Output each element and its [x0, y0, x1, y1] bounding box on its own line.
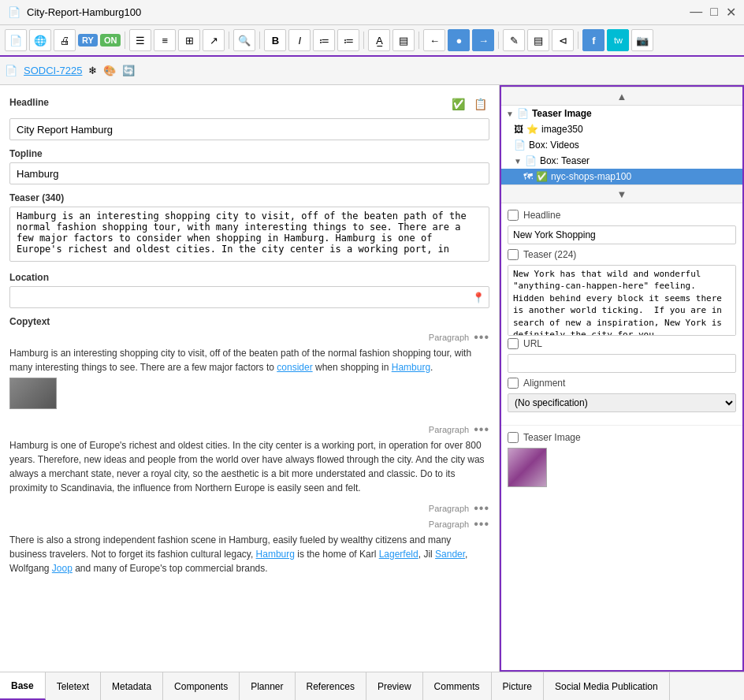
tab-planner[interactable]: Planner — [240, 672, 295, 700]
window-minimize[interactable]: — — [690, 5, 702, 20]
teaser-label: Teaser (340) — [9, 192, 489, 203]
window-maximize[interactable]: □ — [710, 5, 718, 20]
paragraph3-menu[interactable]: ••• — [474, 501, 489, 516]
tab-base[interactable]: Base — [0, 672, 46, 700]
hamburg-link2[interactable]: Hamburg — [256, 549, 295, 560]
sep6 — [498, 32, 499, 49]
rp-headline-label: Headline — [523, 210, 560, 221]
lagerfeld-link[interactable]: Lagerfeld — [379, 549, 418, 560]
consider-link[interactable]: consider — [277, 362, 312, 373]
rp-teaser-checkbox[interactable] — [508, 249, 519, 260]
paragraph1-menu[interactable]: ••• — [474, 330, 489, 344]
bottom-tabs: Base Teletext Metadata Components Planne… — [0, 672, 744, 700]
snowflake-icon[interactable]: ❄ — [88, 65, 97, 76]
spellcheck-button[interactable]: A̲ — [368, 29, 390, 51]
box-videos-icon: 📄 — [514, 140, 526, 151]
color-icon[interactable]: 🎨 — [103, 65, 116, 76]
align-button[interactable]: ▤ — [392, 29, 415, 51]
rp-teaser-textarea[interactable]: New York has that wild and wonderful "an… — [508, 265, 736, 336]
box-teaser-icon: 📄 — [525, 155, 537, 166]
ol-button[interactable]: ≔ — [337, 29, 359, 51]
window-close[interactable]: ✕ — [726, 5, 736, 20]
paragraph4-header: Paragraph ••• — [9, 517, 489, 531]
box-teaser-node[interactable]: ▼ 📄 Box: Teaser — [501, 153, 742, 169]
rp-url-input[interactable] — [508, 354, 736, 373]
italic-button[interactable]: I — [288, 29, 311, 51]
rp-headline-input[interactable] — [508, 225, 736, 244]
chevron-down-btn[interactable]: ▼ — [501, 184, 742, 203]
doc-icon: 📄 — [5, 65, 17, 76]
title-icon: 📄 — [8, 6, 20, 18]
paragraph1-label: Paragraph — [429, 333, 469, 342]
rp-url-checkbox[interactable] — [508, 338, 519, 349]
paragraph3-header: Paragraph ••• — [9, 501, 489, 516]
headline-check-icon[interactable]: ✅ — [448, 95, 467, 114]
sander-link[interactable]: Sander — [435, 549, 465, 560]
location-input[interactable] — [9, 286, 489, 308]
new-button[interactable]: 📄 — [5, 29, 27, 51]
chevron-up-btn[interactable]: ▲ — [501, 87, 742, 106]
ry-badge[interactable]: RY — [78, 34, 98, 47]
tab-metadata[interactable]: Metadata — [101, 672, 163, 700]
copytext-label: Copytext — [9, 316, 489, 327]
paragraph4-menu[interactable]: ••• — [474, 517, 489, 531]
image350-icon: 🖼 — [514, 124, 523, 135]
list1-button[interactable]: ☰ — [129, 29, 151, 51]
share-button[interactable]: ⊲ — [552, 29, 574, 51]
nyc-shops-node[interactable]: 🗺 ✅ nyc-shops-map100 — [501, 169, 742, 184]
bold-button[interactable]: B — [264, 29, 286, 51]
image350-node[interactable]: 🖼 ⭐ image350 — [501, 121, 742, 137]
box-videos-node[interactable]: 📄 Box: Videos — [501, 137, 742, 153]
headline-file-icon[interactable]: 📋 — [471, 95, 489, 114]
align2-button[interactable]: ▤ — [527, 29, 549, 51]
left-panel: Headline ✅ 📋 Topline Teaser (340) Hambur… — [0, 85, 500, 672]
teaser-image-section: Teaser Image — [501, 425, 742, 496]
edit-button[interactable]: ✎ — [503, 29, 525, 51]
refresh-icon[interactable]: 🔄 — [122, 65, 135, 76]
ul-button[interactable]: ≔ — [313, 29, 335, 51]
nyc-shops-check: ✅ — [536, 171, 548, 182]
twitter-button[interactable]: tw — [607, 29, 629, 51]
pull-tab[interactable]: ◀ — [500, 363, 501, 394]
teaser-image-arrow: ▼ — [506, 110, 514, 118]
rp-alignment-checkbox[interactable] — [508, 378, 519, 389]
nav-circle-button[interactable]: ● — [448, 29, 470, 51]
headline-input[interactable] — [9, 118, 489, 140]
rp-headline-checkbox[interactable] — [508, 210, 519, 221]
rp-teaser-image-label: Teaser Image — [523, 432, 581, 443]
link-button[interactable]: ↗ — [203, 29, 225, 51]
tab-components[interactable]: Components — [163, 672, 240, 700]
print-button[interactable]: 🖨 — [54, 29, 76, 51]
paragraph2-menu[interactable]: ••• — [474, 423, 489, 437]
rp-teaser-image-checkbox[interactable] — [508, 432, 519, 443]
tab-comments[interactable]: Comments — [423, 672, 492, 700]
main-area: Headline ✅ 📋 Topline Teaser (340) Hambur… — [0, 85, 744, 672]
facebook-button[interactable]: f — [582, 29, 604, 51]
tab-preview[interactable]: Preview — [366, 672, 423, 700]
paragraph3-label: Paragraph — [429, 504, 469, 513]
title-bar: 📄 City-Report-Hamburg100 — □ ✕ — [0, 0, 744, 25]
ticket-id[interactable]: SODCI-7225 — [24, 65, 82, 76]
topline-input[interactable] — [9, 162, 489, 184]
sep2 — [229, 32, 229, 49]
joop-link[interactable]: Joop — [52, 563, 73, 574]
tab-references[interactable]: References — [296, 672, 366, 700]
rp-alignment-select[interactable]: (No specification) Left Right Center — [508, 393, 736, 412]
hamburg-link1[interactable]: Hamburg — [392, 362, 430, 373]
tab-teletext[interactable]: Teletext — [46, 672, 101, 700]
teaser-textarea[interactable]: Hamburg is an interesting shopping city … — [9, 207, 489, 262]
open-button[interactable]: 🌐 — [29, 29, 51, 51]
teaser-image-node[interactable]: ▼ 📄 Teaser Image — [501, 106, 742, 121]
find-button[interactable]: 🔍 — [233, 29, 255, 51]
teaser-image-thumbnail[interactable] — [508, 448, 547, 487]
tab-social-media[interactable]: Social Media Publication — [544, 672, 670, 700]
list2-button[interactable]: ≡ — [154, 29, 176, 51]
nav-forward-button[interactable]: → — [472, 29, 494, 51]
location-icon: 📍 — [472, 292, 485, 303]
on-badge[interactable]: ON — [100, 34, 121, 47]
instagram-button[interactable]: 📷 — [631, 29, 653, 51]
nav-back-button[interactable]: ← — [423, 29, 445, 51]
embed-button[interactable]: ⊞ — [178, 29, 200, 51]
tab-picture[interactable]: Picture — [492, 672, 544, 700]
rp-teaser-row: Teaser (224) — [508, 249, 736, 260]
